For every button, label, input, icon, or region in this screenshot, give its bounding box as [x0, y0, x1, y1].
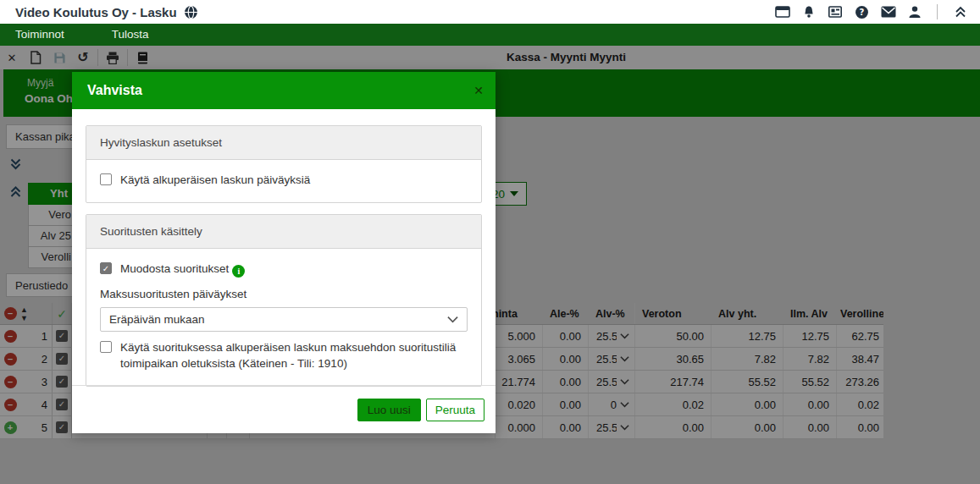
checkbox-checked[interactable]: ✓: [100, 262, 112, 274]
checkbox-label: Käytä suorituksessa alkuperäisen laskun …: [120, 339, 459, 372]
collapse-chevrons-icon[interactable]: [953, 5, 968, 19]
titlebar-icon-group: ?: [775, 0, 968, 24]
menu-tulosta[interactable]: Tulosta: [95, 24, 166, 46]
checkbox-label: Muodosta suoritukseti: [120, 261, 245, 278]
menu-bar: Toiminnot Tulosta: [0, 24, 980, 46]
window-title: Video Koulutus Oy - Lasku: [15, 5, 177, 19]
window-icon[interactable]: [775, 5, 790, 19]
payments-handling-panel: Suoritusten käsittely ✓ Muodosta suoritu…: [86, 214, 482, 387]
payment-dates-select[interactable]: Eräpäivän mukaan: [100, 307, 468, 332]
close-icon[interactable]: ✕: [473, 84, 484, 97]
select-value: Eräpäivän mukaan: [109, 313, 205, 326]
dialog-body: Hyvityslaskun asetukset Käytä alkuperäis…: [72, 109, 496, 387]
checkbox-label: Käytä alkuperäisen laskun päiväyksiä: [120, 172, 310, 189]
chevron-down-icon: [447, 316, 458, 323]
use-payment-account-checkbox-row[interactable]: Käytä suorituksessa alkuperäisen laskun …: [100, 339, 468, 372]
checkbox-unchecked[interactable]: [100, 173, 112, 185]
dialog-header: Vahvista ✕: [72, 72, 496, 109]
menu-toiminnot[interactable]: Toiminnot: [0, 24, 95, 46]
vahvista-dialog: Vahvista ✕ Hyvityslaskun asetukset Käytä…: [72, 72, 496, 433]
svg-text:?: ?: [860, 8, 865, 17]
globe-icon: [184, 5, 198, 19]
checkbox-unchecked[interactable]: [100, 341, 112, 353]
create-payments-checkbox-row[interactable]: ✓ Muodosta suoritukseti: [100, 261, 468, 278]
credit-note-settings-panel: Hyvityslaskun asetukset Käytä alkuperäis…: [86, 125, 482, 203]
notifications-bell-icon[interactable]: [802, 5, 816, 19]
dialog-title: Vahvista: [87, 83, 142, 98]
title-bar: Video Koulutus Oy - Lasku ?: [0, 0, 980, 24]
use-original-dates-checkbox-row[interactable]: Käytä alkuperäisen laskun päiväyksiä: [100, 172, 468, 189]
peruuta-button[interactable]: Peruuta: [426, 399, 484, 421]
payment-dates-label: Maksusuoritusten päiväykset: [100, 288, 468, 300]
application-window: Video Koulutus Oy - Lasku ? Toiminnot Tu…: [0, 0, 980, 484]
user-icon[interactable]: [908, 5, 922, 19]
luo-uusi-button[interactable]: Luo uusi: [357, 399, 421, 421]
panel-title: Suoritusten käsittely: [86, 215, 481, 249]
titlebar-separator: [937, 4, 938, 19]
news-card-icon[interactable]: [828, 5, 843, 19]
panel-title: Hyvityslaskun asetukset: [86, 126, 481, 160]
info-icon[interactable]: i: [232, 265, 245, 278]
help-icon[interactable]: ?: [855, 5, 869, 19]
dialog-footer: Luo uusi Peruuta: [72, 385, 496, 433]
mail-icon[interactable]: [881, 6, 896, 18]
